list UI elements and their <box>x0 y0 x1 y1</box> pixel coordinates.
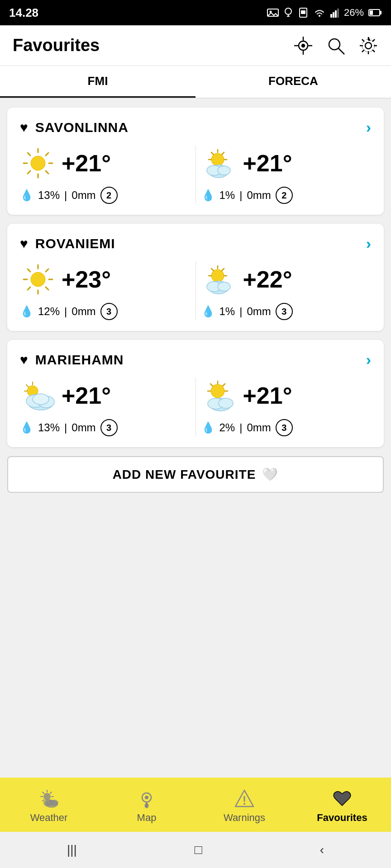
fmi-col-rovaniemi: +23° 💧 12% | 0mm 3 <box>20 261 190 320</box>
main-content: ♥ SAVONLINNA › <box>0 99 391 778</box>
status-bar: 14.28 26% <box>0 0 391 25</box>
nav-favourites-label: Favourites <box>317 812 367 824</box>
favourite-heart-savonlinna: ♥ <box>20 120 28 135</box>
fmi-main-savonlinna: +21° <box>20 145 190 181</box>
fmi-rain-mm-mariehamn: 0mm <box>72 421 95 434</box>
chevron-rovaniemi: › <box>366 235 371 252</box>
location-name-rovaniemi: ROVANIEMI <box>35 236 115 251</box>
foreca-wind-savonlinna: 2 <box>276 187 293 204</box>
svg-line-37 <box>211 152 214 155</box>
foreca-temp-rovaniemi: +22° <box>243 266 292 293</box>
foreca-rain-mm-savonlinna: 0mm <box>247 189 271 202</box>
fmi-rain-mm-savonlinna: 0mm <box>72 189 95 202</box>
tab-foreca[interactable]: FORECA <box>196 66 391 98</box>
nav-weather[interactable]: Weather <box>22 788 76 824</box>
search-button[interactable] <box>326 36 346 56</box>
location-card-rovaniemi[interactable]: ♥ ROVANIEMI › <box>7 224 384 331</box>
status-icons: 26% <box>267 7 382 19</box>
svg-line-51 <box>28 287 30 290</box>
map-nav-icon <box>136 788 157 809</box>
home-button[interactable]: □ <box>195 843 202 857</box>
svg-point-2 <box>285 8 291 14</box>
foreca-temp-savonlinna: +21° <box>243 150 292 177</box>
sim-icon <box>298 7 309 18</box>
svg-rect-13 <box>370 10 373 15</box>
foreca-main-savonlinna: +21° <box>201 145 372 181</box>
fmi-col-mariehamn: +21° 💧 13% | 0mm 3 <box>20 377 190 436</box>
warnings-nav-icon <box>234 788 255 809</box>
location-header-rovaniemi: ♥ ROVANIEMI › <box>20 235 371 252</box>
svg-point-91 <box>145 796 148 799</box>
favourite-heart-rovaniemi: ♥ <box>20 236 28 251</box>
image-icon <box>267 8 279 18</box>
fmi-temp-rovaniemi: +23° <box>62 266 111 293</box>
page-title: Favourites <box>13 36 100 55</box>
nav-favourites[interactable]: Favourites <box>315 788 369 824</box>
sun-partial-icon-savonlinna-foreca <box>201 145 238 181</box>
sun-full-icon-savonlinna-fmi <box>20 145 56 181</box>
chevron-savonlinna: › <box>366 118 371 136</box>
svg-point-42 <box>218 166 230 175</box>
svg-line-22 <box>339 48 344 54</box>
locate-button[interactable] <box>293 36 313 56</box>
heart-outline-icon: 🤍 <box>262 467 278 482</box>
svg-point-89 <box>50 800 58 806</box>
foreca-rain-mm-rovaniemi: 0mm <box>247 305 271 318</box>
add-favourite-button[interactable]: ADD NEW FAVOURITE 🤍 <box>7 456 384 493</box>
favourites-nav-icon <box>331 788 353 809</box>
location-name-row-rovaniemi: ♥ ROVANIEMI <box>20 236 115 251</box>
location-card-mariehamn[interactable]: ♥ MARIEHAMN › <box>7 340 384 447</box>
location-name-row-mariehamn: ♥ MARIEHAMN <box>20 352 124 368</box>
svg-line-33 <box>28 171 30 174</box>
svg-line-83 <box>43 792 44 793</box>
foreca-details-rovaniemi: 💧 1% | 0mm 3 <box>201 303 372 320</box>
foreca-rain-pct-rovaniemi: 1% <box>219 305 235 318</box>
settings-button[interactable] <box>358 36 378 56</box>
tab-fmi[interactable]: FMI <box>0 66 196 98</box>
fmi-temp-mariehamn: +21° <box>62 382 111 409</box>
foreca-main-rovaniemi: +22° <box>201 261 372 297</box>
svg-rect-11 <box>337 9 339 18</box>
fmi-rain-pct-savonlinna: 13% <box>38 189 60 202</box>
nav-warnings[interactable]: Warnings <box>217 788 272 824</box>
fmi-rain-pct-rovaniemi: 12% <box>38 305 60 318</box>
location-name-row: ♥ SAVONLINNA <box>20 120 129 135</box>
foreca-details-mariehamn: 💧 2% | 0mm 3 <box>201 419 372 436</box>
weather-data-rovaniemi: +23° 💧 12% | 0mm 3 <box>20 261 371 320</box>
svg-line-64 <box>26 385 29 387</box>
fmi-details-savonlinna: 💧 13% | 0mm 2 <box>20 187 190 204</box>
svg-point-21 <box>329 39 340 50</box>
fmi-wind-mariehamn: 3 <box>100 419 118 436</box>
menu-button[interactable]: ||| <box>67 843 77 857</box>
back-button[interactable]: ‹ <box>320 843 324 857</box>
foreca-col-savonlinna: +21° 💧 1% | 0mm 2 <box>201 145 372 204</box>
rain-drop-icon-foreca: 💧 <box>201 189 215 202</box>
foreca-rain-pct-savonlinna: 1% <box>219 189 235 202</box>
rain-drop-icon: 💧 <box>20 189 33 202</box>
svg-point-25 <box>31 156 45 170</box>
svg-line-32 <box>46 153 48 156</box>
foreca-rain-mm-mariehamn: 0mm <box>247 421 271 434</box>
fmi-col-savonlinna: +21° 💧 13% | 0mm 2 <box>20 145 190 204</box>
signal-icon <box>330 8 339 18</box>
source-tabs: FMI FORECA <box>0 66 391 99</box>
rain-drop-icon-fmi-r: 💧 <box>20 305 33 318</box>
svg-line-73 <box>223 384 225 386</box>
location-card-savonlinna[interactable]: ♥ SAVONLINNA › <box>7 108 384 215</box>
svg-rect-6 <box>301 10 305 14</box>
nav-map[interactable]: Map <box>119 788 174 824</box>
svg-line-48 <box>28 269 30 272</box>
battery-icon <box>368 9 382 17</box>
sun-partial-icon-mariehamn-foreca <box>201 377 238 414</box>
svg-line-49 <box>46 287 48 290</box>
system-nav: ||| □ ‹ <box>0 832 391 868</box>
svg-line-56 <box>222 269 224 271</box>
col-divider-m <box>196 377 196 436</box>
foreca-col-rovaniemi: +22° 💧 1% | 0mm 3 <box>201 261 372 320</box>
favourite-heart-mariehamn: ♥ <box>20 352 28 368</box>
svg-point-94 <box>243 803 245 805</box>
sun-full-icon-rovaniemi-fmi <box>20 261 56 297</box>
chevron-mariehamn: › <box>366 351 371 368</box>
svg-point-60 <box>218 282 230 291</box>
nav-warnings-label: Warnings <box>224 812 265 824</box>
